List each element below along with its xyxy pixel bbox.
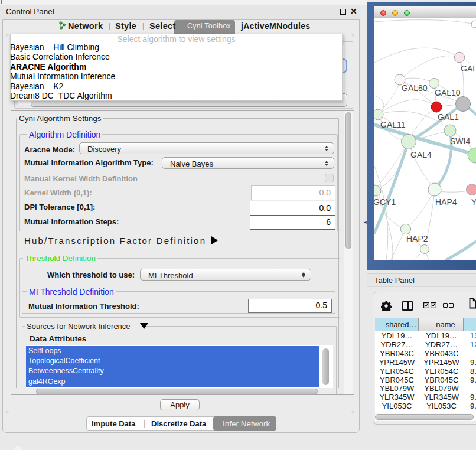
svg-text:HAP4: HAP4 <box>435 197 457 207</box>
svg-text:GAL80: GAL80 <box>402 83 428 93</box>
svg-text:Y: Y <box>471 197 476 207</box>
svg-text:GAL10: GAL10 <box>435 88 461 97</box>
svg-text:HAP2: HAP2 <box>406 234 428 243</box>
svg-text:SWI4: SWI4 <box>450 136 470 146</box>
svg-text:GAL11: GAL11 <box>380 120 406 129</box>
svg-text:GAL4: GAL4 <box>410 150 432 159</box>
svg-text:GAL7: GAL7 <box>461 64 476 73</box>
svg-text:GAL1: GAL1 <box>438 112 459 122</box>
svg-text:GCY1: GCY1 <box>374 197 396 207</box>
